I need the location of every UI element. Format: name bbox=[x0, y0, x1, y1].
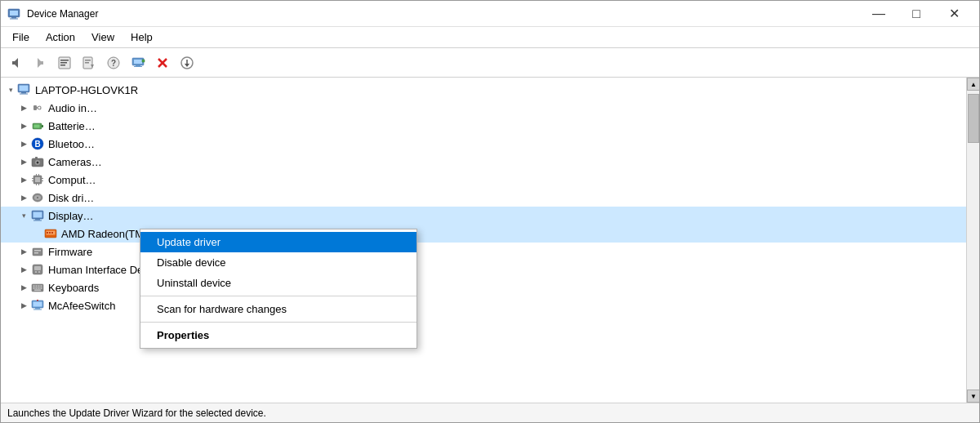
computer-label: Comput… bbox=[48, 174, 96, 186]
display-expand-icon[interactable]: ▾ bbox=[17, 209, 30, 222]
tree-disk[interactable]: ▶ Disk dri… bbox=[1, 189, 966, 207]
svg-rect-19 bbox=[134, 60, 142, 64]
disk-expand-icon[interactable]: ▶ bbox=[17, 191, 30, 204]
mcafee-expand-icon[interactable]: ▶ bbox=[17, 299, 30, 312]
svg-rect-74 bbox=[36, 286, 38, 287]
svg-rect-42 bbox=[35, 157, 38, 158]
mcafee-label: McAfeeSwitch bbox=[48, 300, 115, 312]
svg-rect-77 bbox=[33, 287, 35, 289]
scroll-track[interactable] bbox=[967, 91, 979, 390]
svg-rect-49 bbox=[32, 178, 33, 179]
svg-rect-5 bbox=[12, 61, 18, 65]
svg-point-55 bbox=[37, 197, 38, 198]
ctx-separator-1 bbox=[140, 296, 416, 296]
svg-rect-65 bbox=[33, 248, 42, 256]
tree-batteries[interactable]: ▶ Batterie… bbox=[1, 117, 966, 135]
svg-rect-57 bbox=[33, 212, 42, 218]
svg-rect-11 bbox=[60, 65, 65, 66]
tree-computer[interactable]: ▶ Comput… bbox=[1, 171, 966, 189]
maximize-button[interactable]: □ bbox=[898, 1, 935, 27]
main-area: ▾ LAPTOP-HGLOVK1R ▶ bbox=[1, 78, 979, 403]
svg-rect-80 bbox=[41, 287, 42, 289]
svg-rect-59 bbox=[33, 220, 42, 221]
svg-rect-64 bbox=[51, 232, 53, 234]
svg-rect-52 bbox=[42, 180, 43, 181]
svg-rect-3 bbox=[10, 18, 18, 19]
bluetooth-label: Bluetoo… bbox=[48, 138, 95, 150]
window-title: Device Manager bbox=[27, 8, 860, 20]
cameras-icon bbox=[30, 154, 45, 169]
expand-icon[interactable]: ▾ bbox=[4, 83, 17, 96]
svg-rect-58 bbox=[35, 219, 40, 220]
svg-rect-35 bbox=[42, 125, 43, 127]
scroll-up-button[interactable]: ▲ bbox=[967, 78, 979, 91]
svg-rect-7 bbox=[38, 61, 43, 65]
download-button[interactable] bbox=[176, 51, 198, 74]
batteries-label: Batterie… bbox=[48, 120, 96, 132]
svg-rect-47 bbox=[36, 184, 37, 185]
minimize-button[interactable]: — bbox=[860, 1, 898, 27]
svg-marker-22 bbox=[142, 60, 145, 62]
forward-button[interactable] bbox=[29, 51, 51, 74]
display-icon bbox=[30, 208, 45, 223]
tree-audio[interactable]: ▶ Audio in… bbox=[1, 99, 966, 117]
ctx-disable-device[interactable]: Disable device bbox=[140, 252, 416, 273]
vertical-scrollbar[interactable]: ▲ ▼ bbox=[966, 78, 979, 403]
batteries-expand-icon[interactable]: ▶ bbox=[17, 119, 30, 132]
svg-rect-20 bbox=[136, 65, 140, 66]
ctx-properties[interactable]: Properties bbox=[140, 325, 416, 345]
audio-label: Audio in… bbox=[48, 102, 97, 114]
tree-cameras[interactable]: ▶ Cameras… bbox=[1, 153, 966, 171]
svg-rect-14 bbox=[85, 62, 89, 64]
menu-help[interactable]: Help bbox=[122, 27, 161, 47]
network-computer-button[interactable] bbox=[127, 51, 149, 74]
svg-rect-71 bbox=[38, 271, 40, 273]
back-button[interactable] bbox=[4, 51, 27, 74]
firmware-expand-icon[interactable]: ▶ bbox=[17, 245, 30, 258]
svg-rect-76 bbox=[41, 286, 42, 287]
menu-bar: File Action View Help bbox=[1, 27, 979, 48]
svg-rect-44 bbox=[35, 177, 40, 182]
menu-file[interactable]: File bbox=[4, 27, 38, 47]
svg-rect-21 bbox=[134, 66, 142, 67]
firmware-label: Firmware bbox=[48, 246, 92, 258]
properties-button[interactable] bbox=[53, 51, 76, 74]
status-bar: Launches the Update Driver Wizard for th… bbox=[1, 403, 979, 422]
scroll-thumb[interactable] bbox=[968, 94, 979, 143]
computer-icon bbox=[17, 82, 32, 97]
uninstall-button[interactable] bbox=[151, 51, 174, 74]
batteries-icon bbox=[30, 118, 45, 133]
keyboards-expand-icon[interactable]: ▶ bbox=[17, 281, 30, 294]
cameras-expand-icon[interactable]: ▶ bbox=[17, 155, 30, 168]
computer-expand-icon[interactable]: ▶ bbox=[17, 173, 30, 186]
hid-expand-icon[interactable]: ▶ bbox=[17, 263, 30, 276]
svg-marker-28 bbox=[185, 64, 189, 67]
menu-action[interactable]: Action bbox=[38, 27, 83, 47]
svg-rect-46 bbox=[38, 174, 39, 176]
ctx-update-driver[interactable]: Update driver bbox=[140, 232, 416, 252]
svg-rect-45 bbox=[36, 174, 37, 176]
menu-view[interactable]: View bbox=[83, 27, 122, 47]
bluetooth-expand-icon[interactable]: ▶ bbox=[17, 137, 30, 150]
cameras-label: Cameras… bbox=[48, 156, 102, 168]
tree-root-label: LAPTOP-HGLOVK1R bbox=[35, 84, 138, 96]
audio-expand-icon[interactable]: ▶ bbox=[17, 101, 30, 114]
svg-rect-51 bbox=[42, 178, 43, 179]
tree-display[interactable]: ▾ Display… bbox=[1, 207, 966, 225]
svg-rect-83 bbox=[33, 302, 42, 307]
scroll-down-button[interactable]: ▼ bbox=[967, 390, 979, 403]
tree-bluetooth[interactable]: ▶ B Bluetoo… bbox=[1, 135, 966, 153]
help-button[interactable]: ? bbox=[102, 51, 125, 74]
disk-icon bbox=[30, 190, 45, 205]
device-manager-window: Device Manager — □ ✕ File Action View He… bbox=[0, 0, 980, 423]
svg-rect-10 bbox=[60, 62, 67, 64]
display-label: Display… bbox=[48, 210, 94, 222]
ctx-scan-changes[interactable]: Scan for hardware changes bbox=[140, 299, 416, 319]
svg-rect-70 bbox=[35, 271, 37, 273]
ctx-uninstall-device[interactable]: Uninstall device bbox=[140, 273, 416, 293]
update-driver-button[interactable] bbox=[78, 51, 100, 74]
close-button[interactable]: ✕ bbox=[935, 1, 973, 27]
svg-rect-63 bbox=[49, 232, 51, 234]
svg-rect-73 bbox=[33, 286, 35, 287]
tree-root[interactable]: ▾ LAPTOP-HGLOVK1R bbox=[1, 81, 966, 99]
